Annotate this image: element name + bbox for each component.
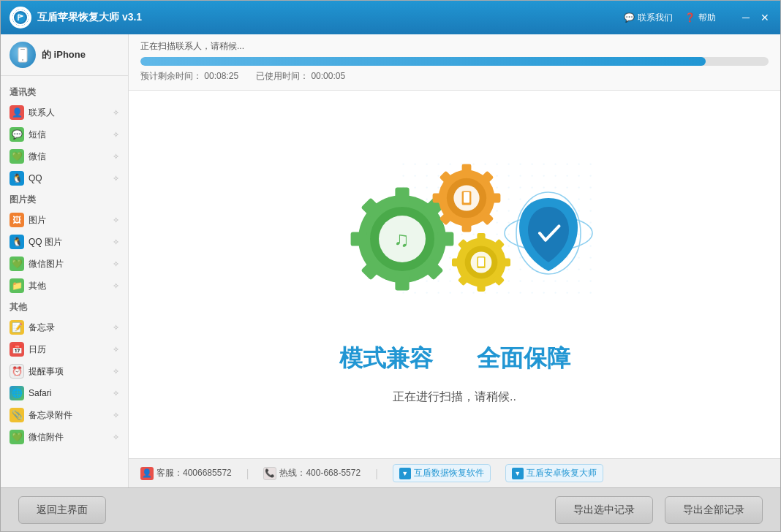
sidebar-item-sms[interactable]: 💬 短信 ✧ xyxy=(1,123,128,145)
sidebar-item-notes[interactable]: 📝 备忘录 ✧ xyxy=(1,316,128,338)
qq-icon: 🐧 xyxy=(10,171,24,186)
other-loading: ✧ xyxy=(113,281,119,291)
sidebar-item-other[interactable]: 📁 其他 ✧ xyxy=(1,275,128,297)
wechat-icon: 💚 xyxy=(10,149,24,164)
sidebar-item-calendar[interactable]: 📅 日历 ✧ xyxy=(1,338,128,360)
slogan-left: 模式兼容 xyxy=(339,343,433,375)
separator2: | xyxy=(375,468,378,479)
app-logo xyxy=(10,7,31,28)
sms-icon: 💬 xyxy=(10,127,24,142)
sidebar-item-qqphoto[interactable]: 🐧 QQ 图片 ✧ xyxy=(1,231,128,253)
safari-loading: ✧ xyxy=(113,389,119,398)
notes-loading: ✧ xyxy=(113,323,119,332)
svg-rect-33 xyxy=(477,233,485,243)
titlebar-actions: 💬 联系我们 ❓ 帮助 ─ ✕ xyxy=(624,11,771,24)
reminder-icon: ⏰ xyxy=(10,364,24,379)
sidebar-item-qq[interactable]: 🐧 QQ ✧ xyxy=(1,167,128,189)
sidebar-item-contacts[interactable]: 👤 联系人 ✧ xyxy=(1,102,128,123)
svg-rect-36 xyxy=(452,258,461,266)
svg-rect-4 xyxy=(20,49,25,50)
link-btn-android-recovery[interactable]: ▼ 互盾安卓恢复大师 xyxy=(505,464,603,482)
svg-point-3 xyxy=(22,59,23,61)
sidebar-item-wechatattach[interactable]: 💚 微信附件 ✧ xyxy=(1,426,128,448)
link1-label: 互盾数据恢复软件 xyxy=(414,467,484,479)
bottom-info-bar: 👤 客服：4006685572 | 📞 热线：400-668-5572 | ▼ … xyxy=(129,458,780,487)
svg-rect-21 xyxy=(461,221,471,232)
slogan-row: 模式兼容 全面保障 xyxy=(339,343,570,375)
window-controls: ─ ✕ xyxy=(739,11,771,24)
hotline-info: 📞 热线：400-668-5572 xyxy=(263,467,361,480)
qqphoto-loading: ✧ xyxy=(113,238,119,247)
progress-bar xyxy=(140,57,769,66)
notes-icon: 📝 xyxy=(10,320,24,335)
time-remaining: 预计剩余时间： 00:08:25 xyxy=(140,70,238,83)
section-label-photos: 图片类 xyxy=(1,189,128,209)
svg-rect-20 xyxy=(461,164,471,175)
section-label-others: 其他 xyxy=(1,297,128,316)
back-to-main-button[interactable]: 返回主界面 xyxy=(18,496,106,524)
export-selected-button[interactable]: 导出选中记录 xyxy=(555,496,653,524)
wechatattach-icon: 💚 xyxy=(10,430,24,444)
separator1: | xyxy=(246,468,249,479)
sidebar-item-wechatphoto[interactable]: 💚 微信图片 ✧ xyxy=(1,253,128,275)
sidebar-item-notesattach[interactable]: 📎 备忘录附件 ✧ xyxy=(1,404,128,426)
app-title: 互盾苹果恢复大师 v3.1 xyxy=(37,11,624,24)
calendar-loading: ✧ xyxy=(113,345,119,354)
minimize-button[interactable]: ─ xyxy=(739,11,752,24)
section-label-comms: 通讯类 xyxy=(1,82,128,102)
link2-label: 互盾安卓恢复大师 xyxy=(527,467,597,479)
svg-rect-35 xyxy=(501,258,510,266)
close-button[interactable]: ✕ xyxy=(758,11,771,24)
chat-icon: 💬 xyxy=(624,12,635,23)
content-area: 正在扫描联系人，请稍候... 预计剩余时间： 00:08:25 已使用时间： 0… xyxy=(129,34,780,487)
contact-us-button[interactable]: 💬 联系我们 xyxy=(624,12,673,24)
wechat-loading: ✧ xyxy=(113,152,119,162)
time-used: 已使用时间： 00:00:05 xyxy=(256,70,345,83)
wechatphoto-loading: ✧ xyxy=(113,259,119,269)
sidebar-item-wechat[interactable]: 💚 微信 ✧ xyxy=(1,145,128,167)
device-icon xyxy=(10,42,36,68)
help-icon: ❓ xyxy=(684,12,695,23)
reminder-loading: ✧ xyxy=(113,367,119,376)
service-icon: 👤 xyxy=(140,467,154,480)
svg-rect-9 xyxy=(395,274,409,290)
qqphoto-icon: 🐧 xyxy=(10,235,24,249)
safari-icon: 🌐 xyxy=(10,386,24,400)
wechatattach-loading: ✧ xyxy=(113,433,119,442)
other-icon: 📁 xyxy=(10,278,24,293)
sidebar-item-reminder[interactable]: ⏰ 提醒事项 ✧ xyxy=(1,360,128,382)
sidebar: 的 iPhone 通讯类 👤 联系人 ✧ 💬 短信 ✧ 💚 微信 xyxy=(1,34,129,487)
svg-rect-34 xyxy=(477,282,485,292)
main-window: 互盾苹果恢复大师 v3.1 💬 联系我们 ❓ 帮助 ─ ✕ xyxy=(0,0,781,532)
service-info: 👤 客服：4006685572 xyxy=(140,467,232,480)
illustration-svg: ♫ xyxy=(309,138,601,328)
svg-point-1 xyxy=(15,12,26,23)
sidebar-item-safari[interactable]: 🌐 Safari ✧ xyxy=(1,382,128,404)
notesattach-icon: 📎 xyxy=(10,408,24,422)
svg-rect-11 xyxy=(350,232,366,246)
help-button[interactable]: ❓ 帮助 xyxy=(684,12,716,24)
slogan-right: 全面保障 xyxy=(477,343,570,375)
progress-bar-fill xyxy=(140,57,706,66)
sms-loading: ✧ xyxy=(113,130,119,140)
hotline-icon: 📞 xyxy=(263,467,276,480)
footer-right-buttons: 导出选中记录 导出全部记录 xyxy=(555,496,763,524)
sidebar-item-photos[interactable]: 🖼 图片 ✧ xyxy=(1,209,128,231)
link-btn-data-recovery[interactable]: ▼ 互盾数据恢复软件 xyxy=(393,464,491,482)
scan-info-text: 正在进行扫描，请稍候.. xyxy=(393,390,516,405)
svg-rect-44 xyxy=(478,258,484,267)
calendar-icon: 📅 xyxy=(10,342,24,357)
progress-time-row: 预计剩余时间： 00:08:25 已使用时间： 00:00:05 xyxy=(140,70,769,83)
main-layout: 的 iPhone 通讯类 👤 联系人 ✧ 💬 短信 ✧ 💚 微信 xyxy=(1,34,780,487)
hotline-label: 热线：400-668-5572 xyxy=(279,467,361,479)
export-all-button[interactable]: 导出全部记录 xyxy=(665,496,763,524)
footer-buttons: 返回主界面 导出选中记录 导出全部记录 xyxy=(1,487,780,531)
sidebar-content: 通讯类 👤 联系人 ✧ 💬 短信 ✧ 💚 微信 ✧ 🐧 xyxy=(1,76,128,487)
svg-rect-10 xyxy=(437,232,453,246)
svg-rect-22 xyxy=(490,194,500,203)
link2-icon: ▼ xyxy=(512,468,524,479)
svg-rect-23 xyxy=(432,194,442,203)
photos-icon: 🖼 xyxy=(10,213,24,227)
photos-loading: ✧ xyxy=(113,216,119,225)
scan-status-text: 正在扫描联系人，请稍候... xyxy=(140,40,769,53)
